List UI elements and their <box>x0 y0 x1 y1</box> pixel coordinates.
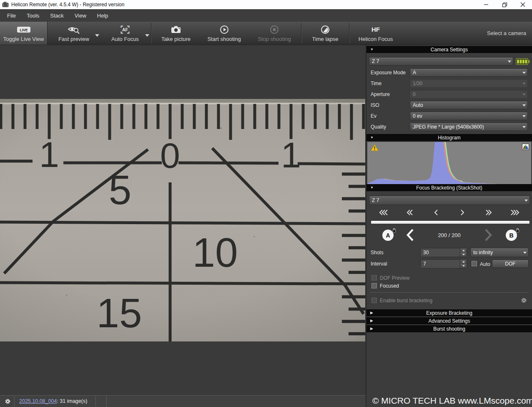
point-b-button[interactable]: B <box>506 230 517 241</box>
spin-down-icon[interactable] <box>460 264 467 268</box>
camera-icon <box>171 24 181 35</box>
svg-text:AF: AF <box>122 27 128 32</box>
move-far-back-button[interactable] <box>376 207 391 217</box>
histogram-plot <box>367 142 531 185</box>
iso-row: ISO Auto <box>366 101 532 109</box>
session-link[interactable]: 2025.10.08_004 <box>19 398 57 404</box>
shots-mode-dropdown[interactable]: to infinity <box>470 248 529 257</box>
time-dropdown[interactable]: 1/30 <box>410 79 528 88</box>
menu-stack[interactable]: Stack <box>45 13 69 19</box>
toggle-live-view-button[interactable]: LIVE Toggle Live View <box>0 22 48 45</box>
spin-up-icon[interactable] <box>460 248 467 253</box>
field-label: Shots <box>371 250 384 255</box>
exposure-mode-dropdown[interactable]: A <box>410 68 528 77</box>
section-title: Histogram <box>438 135 461 141</box>
stop-circle-icon <box>270 24 279 35</box>
field-label: Time <box>371 81 381 86</box>
field-label: Ev <box>371 113 376 119</box>
chevron-down-icon <box>521 80 527 87</box>
time-row: Time 1/30 <box>366 79 532 88</box>
spin-up-icon[interactable] <box>460 260 467 264</box>
fast-preview-button[interactable]: Fast preview <box>48 22 100 45</box>
enable-burst-checkbox[interactable] <box>371 298 377 303</box>
menu-tools[interactable]: Tools <box>21 13 45 19</box>
restore-button[interactable] <box>495 0 514 9</box>
svg-text:LIVE: LIVE <box>20 28 28 32</box>
toolbar-label: Take picture <box>161 36 191 42</box>
chevron-down-icon <box>506 58 513 65</box>
field-label: Exposure Mode <box>371 70 406 76</box>
warning-icon <box>371 144 379 153</box>
chevron-down-icon <box>521 69 527 76</box>
toolbar-label: Fast preview <box>58 36 89 42</box>
session-info: 2025.10.08_004: 31 image(s) <box>19 398 87 404</box>
move-forward-button[interactable] <box>482 207 496 217</box>
toolbar-spacer <box>401 22 487 45</box>
menu-view[interactable]: View <box>69 13 92 19</box>
menu-help[interactable]: Help <box>92 13 114 19</box>
chevron-down-icon[interactable] <box>145 34 149 37</box>
iso-dropdown[interactable]: Auto <box>410 101 528 109</box>
camera-select-dropdown[interactable]: Z 7 <box>369 57 513 66</box>
camera-settings-header[interactable]: ▼ Camera Settings <box>366 46 532 53</box>
stackshot-position-slider[interactable] <box>371 220 530 224</box>
chevron-down-icon <box>521 112 527 120</box>
camera-model: Z 7 <box>369 58 506 64</box>
step-back-button[interactable] <box>429 207 443 217</box>
exposure-mode-row: Exposure Mode A <box>366 68 532 77</box>
auto-checkbox[interactable] <box>472 261 477 266</box>
device-name: Z 7 <box>369 197 523 203</box>
exposure-bracketing-header[interactable]: ▶ Exposure Bracketing <box>366 309 532 316</box>
chevron-down-icon[interactable] <box>95 34 99 37</box>
stackshot-device-dropdown[interactable]: Z 7 <box>369 196 530 205</box>
dof-preview-checkbox[interactable] <box>371 275 377 281</box>
helicon-focus-button[interactable]: HF Helicon Focus <box>350 22 401 45</box>
minimize-button[interactable] <box>477 0 495 9</box>
live-view-image[interactable]: 1 0 1 5 10 15 <box>0 99 365 341</box>
statusbar-separator <box>14 396 15 407</box>
advanced-settings-header[interactable]: ▶ Advanced Settings <box>366 317 532 324</box>
timelapse-circle-icon <box>321 24 330 35</box>
aperture-row: Aperture 0 <box>366 90 532 99</box>
copyright-text: © MICRO TECH LAB www.LMscope.com <box>372 396 532 406</box>
ev-dropdown[interactable]: 0 ev <box>410 112 528 120</box>
focused-label: Focused <box>380 283 399 289</box>
lock-icon <box>515 227 520 234</box>
stop-shooting-button[interactable]: Stop shooting <box>248 22 300 45</box>
spin-down-icon[interactable] <box>460 253 467 257</box>
settings-gear-icon[interactable] <box>5 398 11 406</box>
burst-shooting-header[interactable]: ▶ Burst shooting <box>366 325 532 332</box>
play-circle-icon <box>220 24 229 35</box>
aperture-dropdown[interactable]: 0 <box>410 90 528 99</box>
select-camera-label: Select a camera <box>487 30 526 36</box>
focused-checkbox[interactable] <box>371 283 377 288</box>
collapse-arrow-icon: ▶ <box>370 311 373 315</box>
chevron-down-icon <box>521 91 527 98</box>
app-window: Helicon Remote (ver. 4.5.4 W) - Register… <box>0 0 532 407</box>
dof-button[interactable]: DOF <box>492 260 529 268</box>
close-button[interactable] <box>514 0 532 9</box>
next-frame-button[interactable] <box>484 228 493 244</box>
toolbar-label: Stop shooting <box>258 36 291 42</box>
burst-settings-gear-icon[interactable] <box>521 297 527 305</box>
window-title: Helicon Remote (ver. 4.5.4 W) - Register… <box>11 2 124 8</box>
move-back-button[interactable] <box>403 207 417 217</box>
collapse-arrow-icon: ▼ <box>370 48 374 51</box>
menu-file[interactable]: File <box>2 13 21 19</box>
step-forward-button[interactable] <box>455 207 469 217</box>
shots-spinner[interactable]: 30 <box>420 248 467 257</box>
interval-spinner[interactable]: 7 <box>420 259 467 268</box>
start-shooting-button[interactable]: Start shooting <box>200 22 248 45</box>
histogram-mode-icon[interactable] <box>522 144 529 152</box>
focus-bracketing-header[interactable]: ▼ Focus Bracketing (StackShot) <box>366 184 532 191</box>
take-picture-button[interactable]: Take picture <box>152 22 200 45</box>
quality-dropdown[interactable]: JPEG Fine * Large (5408x3600) <box>410 123 528 131</box>
status-bar: 2025.10.08_004: 31 image(s) <box>0 395 366 407</box>
auto-focus-button[interactable]: AF Auto Focus <box>100 22 150 45</box>
section-title: Burst shooting <box>433 326 465 332</box>
histogram-header[interactable]: ▼ Histogram <box>366 134 532 141</box>
statusbar-separator <box>95 396 96 407</box>
move-far-forward-button[interactable] <box>508 207 522 217</box>
time-lapse-button[interactable]: Time lapse <box>302 22 348 45</box>
shots-value: 30 <box>421 248 460 257</box>
